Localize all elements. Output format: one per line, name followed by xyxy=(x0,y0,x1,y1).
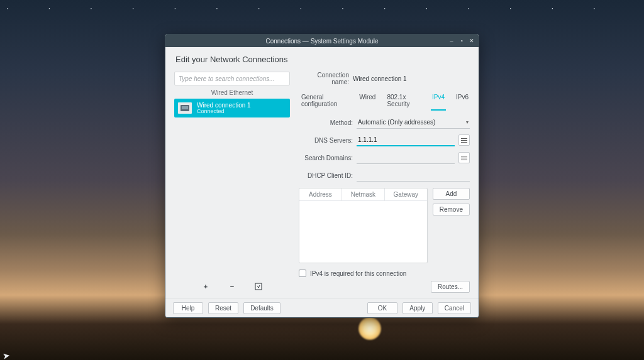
settings-window: Connections — System Settings Module – ▫… xyxy=(165,34,479,318)
window-title: Connections — System Settings Module xyxy=(266,38,379,45)
col-gateway: Gateway xyxy=(385,188,427,200)
chevron-down-icon: ▾ xyxy=(466,119,469,125)
cursor-icon: ➤ xyxy=(2,350,11,360)
desktop-sun xyxy=(358,317,381,340)
window-content: Edit your Network Connections Wired Ethe… xyxy=(165,47,479,298)
page-title: Edit your Network Connections xyxy=(175,55,470,64)
routes-button[interactable]: Routes... xyxy=(431,281,470,293)
ethernet-icon xyxy=(178,102,192,114)
close-icon[interactable]: ✕ xyxy=(469,38,475,44)
add-connection-button[interactable]: + xyxy=(201,281,211,292)
addresses-area: Address Netmask Gateway Add Remove xyxy=(299,188,470,263)
search-domains-list-button[interactable] xyxy=(458,152,470,163)
tabs: General configuration Wired 802.1x Secur… xyxy=(299,92,470,111)
search-domains-input[interactable] xyxy=(357,151,455,164)
remove-connection-button[interactable]: − xyxy=(227,281,237,292)
sidebar-actions: + − xyxy=(174,278,290,293)
tab-ipv6[interactable]: IPv6 xyxy=(455,92,470,111)
connection-details: Connection name: Wired connection 1 Gene… xyxy=(299,72,470,293)
connections-sidebar: Wired Ethernet Wired connection 1 Connec… xyxy=(174,72,290,293)
body: Wired Ethernet Wired connection 1 Connec… xyxy=(174,72,470,293)
method-select[interactable]: Automatic (Only addresses) ▾ xyxy=(357,116,470,129)
reset-button[interactable]: Reset xyxy=(208,302,238,314)
connection-name-value: Wired connection 1 xyxy=(353,75,407,82)
connection-status: Connected xyxy=(197,109,251,114)
minimize-icon[interactable]: – xyxy=(448,38,455,44)
add-address-button[interactable]: Add xyxy=(433,188,470,200)
apply-button[interactable]: Apply xyxy=(402,302,433,314)
svg-rect-1 xyxy=(182,106,188,109)
window-controls: – ▫ ✕ xyxy=(448,38,475,44)
tab-ipv4[interactable]: IPv4 xyxy=(431,92,446,111)
col-netmask: Netmask xyxy=(342,188,385,200)
defaults-button[interactable]: Defaults xyxy=(243,302,280,314)
addresses-body xyxy=(299,201,427,263)
titlebar[interactable]: Connections — System Settings Module – ▫… xyxy=(165,35,479,47)
dhcp-client-id-input[interactable] xyxy=(357,169,470,182)
export-connection-button[interactable] xyxy=(253,281,264,292)
dhcp-client-id-label: DHCP Client ID: xyxy=(299,172,353,179)
addresses-table[interactable]: Address Netmask Gateway xyxy=(299,188,428,263)
dns-label: DNS Servers: xyxy=(299,137,353,144)
ipv4-required-checkbox[interactable] xyxy=(299,270,306,277)
connection-name-label: Connection name: xyxy=(299,72,353,85)
tab-wired[interactable]: Wired xyxy=(358,92,377,111)
method-label: Method: xyxy=(299,119,353,126)
addresses-buttons: Add Remove xyxy=(433,188,470,263)
method-value: Automatic (Only addresses) xyxy=(358,119,435,126)
connection-item-wired-1[interactable]: Wired connection 1 Connected xyxy=(174,99,290,117)
cancel-button[interactable]: Cancel xyxy=(438,302,471,314)
ipv4-required-row: IPv4 is required for this connection xyxy=(299,270,470,277)
addresses-header: Address Netmask Gateway xyxy=(299,188,427,201)
col-address: Address xyxy=(299,188,342,200)
tab-8021x[interactable]: 802.1x Security xyxy=(386,92,422,111)
ok-button[interactable]: OK xyxy=(367,302,397,314)
help-button[interactable]: Help xyxy=(173,302,203,314)
tab-general[interactable]: General configuration xyxy=(300,92,349,111)
dns-servers-input[interactable] xyxy=(357,134,455,146)
dns-list-button[interactable] xyxy=(458,134,470,146)
maximize-icon[interactable]: ▫ xyxy=(458,38,465,44)
remove-address-button[interactable]: Remove xyxy=(433,204,470,215)
search-input[interactable] xyxy=(174,72,290,85)
footer: Help Reset Defaults OK Apply Cancel xyxy=(165,298,479,317)
svg-rect-2 xyxy=(255,283,262,290)
ipv4-required-label: IPv4 is required for this connection xyxy=(310,270,406,277)
connection-text: Wired connection 1 Connected xyxy=(197,102,251,114)
search-domains-label: Search Domains: xyxy=(299,155,353,161)
category-label: Wired Ethernet xyxy=(174,89,290,96)
